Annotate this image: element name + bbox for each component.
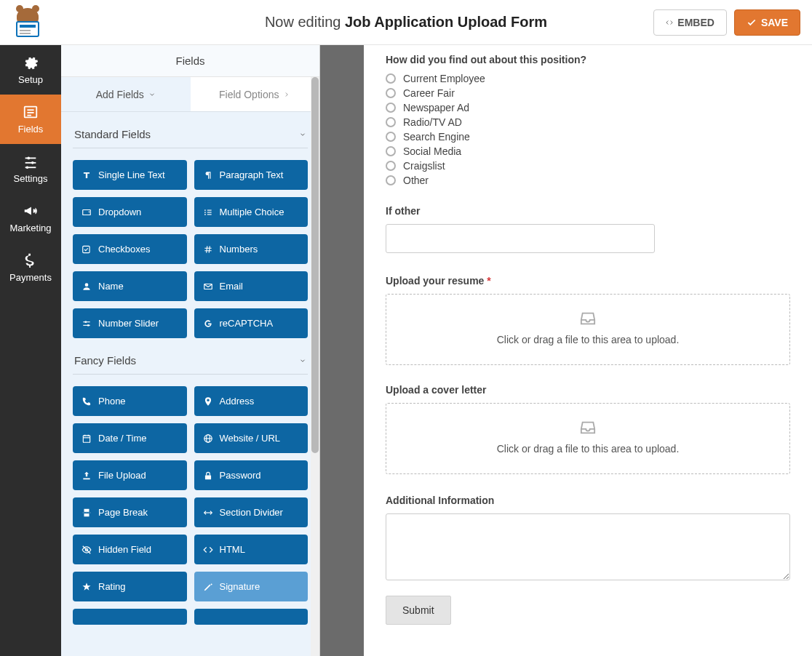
upload-icon [81,471,92,481]
pin-icon [203,396,213,407]
additional-info-textarea[interactable] [386,513,790,580]
radio-icon [386,88,396,98]
field-date-time[interactable]: Date / Time [73,423,187,453]
user-icon [81,281,92,292]
field-extra[interactable] [73,609,187,625]
field-label: Numbers [220,244,258,255]
field-single-line-text[interactable]: Single Line Text [73,160,187,190]
radio-option[interactable]: Radio/TV AD [386,116,790,128]
radio-option[interactable]: Other [386,175,790,186]
radio-icon [386,73,396,84]
field-dropdown[interactable]: Dropdown [73,197,187,227]
calendar-icon [81,433,92,444]
sliders-h-icon [81,319,92,329]
panel-header: Fields [61,45,319,77]
sidenav-item-payments[interactable]: Payments [0,243,61,292]
question-label: How did you find out about this position… [386,54,790,65]
radio-option[interactable]: Current Employee [386,73,790,84]
radio-icon [386,161,396,171]
field-address[interactable]: Address [194,386,309,416]
field-multiple-choice[interactable]: Multiple Choice [194,197,309,227]
field-label: Section Divider [220,507,283,518]
chevron-down-icon [299,357,306,364]
sidenav-label: Fields [18,124,44,135]
radio-option[interactable]: Search Engine [386,131,790,143]
field-numbers[interactable]: Numbers [194,234,309,264]
section-fancy-fields[interactable]: Fancy Fields [73,338,308,375]
field-label: Checkboxes [98,244,151,255]
resume-label: Upload your resume * [386,275,790,287]
submit-button[interactable]: Submit [386,596,451,625]
field-html[interactable]: HTML [194,535,309,564]
field-extra[interactable] [194,609,309,625]
field-email[interactable]: Email [194,271,309,301]
radio-label: Search Engine [403,131,470,143]
additional-info-label: Additional Information [386,495,790,506]
side-nav: SetupFieldsSettingsMarketingPayments [0,45,61,656]
radio-label: Craigslist [403,160,445,172]
if-other-input[interactable] [386,224,655,253]
paragraph-icon [203,170,213,180]
check-icon [747,17,757,28]
form-icon [23,104,39,120]
radio-option[interactable]: Newspaper Ad [386,102,790,113]
field-signature[interactable]: Signature [194,572,309,601]
field-label: Dropdown [98,207,141,217]
field-label: Number Slider [98,318,159,329]
radio-option[interactable]: Craigslist [386,160,790,172]
list-icon [203,207,213,217]
radio-icon [386,146,396,156]
field-label: Multiple Choice [220,207,284,217]
field-rating[interactable]: Rating [73,572,187,601]
radio-option[interactable]: Social Media [386,145,790,157]
sidenav-label: Setup [18,74,43,85]
dropdown-icon [81,207,92,217]
sidenav-item-setup[interactable]: Setup [0,45,61,95]
field-label: HTML [220,544,245,555]
cover-letter-dropzone[interactable]: Click or drag a file to this area to upl… [386,403,790,474]
panel-scrollbar[interactable] [311,77,319,656]
field-phone[interactable]: Phone [73,386,187,416]
scrollbar-thumb[interactable] [311,77,319,453]
field-recaptcha[interactable]: reCAPTCHA [194,308,309,338]
field-hidden-field[interactable]: Hidden Field [73,535,187,564]
tab-add-fields[interactable]: Add Fields [61,77,191,111]
code-icon [203,545,213,555]
radio-icon [386,103,396,113]
star-icon [81,582,92,592]
phone-icon [81,396,92,407]
radio-option[interactable]: Career Fair [386,87,790,99]
field-page-break[interactable]: Page Break [73,497,187,527]
radio-label: Other [403,175,429,186]
embed-button[interactable]: EMBED [653,9,727,36]
sidenav-item-settings[interactable]: Settings [0,144,61,193]
inbox-icon [578,311,597,327]
field-checkboxes[interactable]: Checkboxes [73,234,187,264]
radio-icon [386,175,396,185]
field-website-url[interactable]: Website / URL [194,423,309,453]
field-label: Phone [98,396,126,407]
sidenav-label: Marketing [9,223,51,233]
sidenav-item-fields[interactable]: Fields [0,95,61,144]
field-label: Address [220,396,255,407]
field-label: Paragraph Text [220,169,284,180]
field-label: Rating [98,581,126,592]
field-number-slider[interactable]: Number Slider [73,308,187,338]
field-password[interactable]: Password [194,460,309,490]
field-label: Signature [220,581,260,592]
field-label: Email [220,281,244,292]
top-bar: Now editing Job Application Upload Form … [0,0,812,45]
resume-dropzone[interactable]: Click or drag a file to this area to upl… [386,294,790,365]
tab-field-options[interactable]: Field Options [191,77,320,111]
field-name[interactable]: Name [73,271,187,301]
sidenav-item-marketing[interactable]: Marketing [0,193,61,243]
section-standard-fields[interactable]: Standard Fields [73,112,308,148]
bullhorn-icon [23,203,39,219]
save-button[interactable]: SAVE [734,9,800,36]
field-file-upload[interactable]: File Upload [73,460,187,490]
field-paragraph-text[interactable]: Paragraph Text [194,160,309,190]
envelope-icon [203,281,213,292]
lock-icon [203,471,213,481]
radio-label: Radio/TV AD [403,116,462,128]
field-section-divider[interactable]: Section Divider [194,497,309,527]
